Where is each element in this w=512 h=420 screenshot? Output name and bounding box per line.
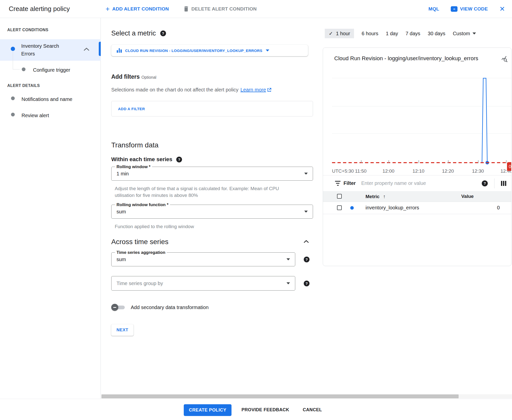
time-range-7-days[interactable]: 7 days xyxy=(406,31,420,36)
rolling-window-function-value: sum xyxy=(116,209,126,215)
transform-data-heading: Transform data xyxy=(111,141,158,149)
divider xyxy=(494,178,494,188)
sidebar-item-configure-trigger[interactable]: Configure trigger xyxy=(33,66,70,74)
value-column-header[interactable]: Value xyxy=(461,194,474,199)
learn-more-link[interactable]: Learn more xyxy=(240,87,272,93)
metric-chip-label: CLOUD RUN REVISION - LOGGING/USER/INVENT… xyxy=(125,48,262,53)
select-all-checkbox[interactable] xyxy=(337,194,342,199)
column-settings-icon[interactable] xyxy=(501,181,506,186)
group-by-caret-icon xyxy=(286,282,290,284)
metric-column-header[interactable]: Metric xyxy=(366,194,380,199)
select-metric-help-icon[interactable]: ? xyxy=(160,30,166,36)
close-icon[interactable]: ✕ xyxy=(499,5,505,13)
view-code-label: VIEW CODE xyxy=(460,6,488,12)
rolling-window-function-helper: Function applied to the rolling window xyxy=(115,223,194,230)
x-tick-label: 12:30 xyxy=(472,168,484,174)
step-dot-active xyxy=(11,47,15,51)
aggregation-select[interactable]: Time series aggregation sum xyxy=(111,252,295,266)
metric-table-row[interactable]: inventory_lookup_errors 0 ⋮ xyxy=(323,202,511,214)
filter-input[interactable] xyxy=(361,180,456,186)
mql-button[interactable]: MQL xyxy=(428,6,439,12)
time-range-selector: ✓ 1 hour 6 hours 1 day 7 days 30 days Cu… xyxy=(325,29,476,38)
step-dot-configure-trigger xyxy=(22,67,26,71)
threshold-line xyxy=(332,162,511,163)
condition-title: Inventory Search Errors xyxy=(21,42,59,58)
rolling-window-value: 1 min xyxy=(116,171,129,177)
create-policy-button[interactable]: CREATE POLICY xyxy=(184,404,232,416)
time-range-1-hour[interactable]: ✓ 1 hour xyxy=(325,29,354,38)
footer-bar: CREATE POLICY PROVIDE FEEDBACK CANCEL xyxy=(0,399,512,420)
row-metric-value: 0 xyxy=(497,205,500,211)
step-dot-review xyxy=(11,113,15,116)
row-overflow-menu-icon[interactable]: ⋮ xyxy=(509,204,512,211)
time-range-6-hours[interactable]: 6 hours xyxy=(362,31,378,36)
add-filter-button[interactable]: ADD A FILTER xyxy=(111,101,313,116)
trash-icon xyxy=(184,6,189,12)
time-range-custom[interactable]: Custom xyxy=(453,31,476,36)
time-range-1-day[interactable]: 1 day xyxy=(386,31,398,36)
chevron-up-icon[interactable] xyxy=(84,47,90,52)
rolling-window-helper: Adjust the length of time that a signal … xyxy=(115,185,279,199)
sort-ascending-icon[interactable]: ↑ xyxy=(383,194,386,199)
external-link-icon xyxy=(267,88,272,92)
code-icon: ‹› xyxy=(451,6,458,12)
x-tick-label: 12:00 xyxy=(382,168,394,174)
view-code-button[interactable]: ‹› VIEW CODE xyxy=(451,6,488,12)
next-button[interactable]: NEXT xyxy=(111,324,134,336)
metric-preview-card: Cloud Run Revision - logging/user/invent… xyxy=(323,47,512,266)
plus-icon: + xyxy=(106,5,110,12)
secondary-transformation-toggle[interactable] xyxy=(111,304,125,311)
delete-alert-condition-label: DELETE ALERT CONDITION xyxy=(192,6,257,12)
group-by-placeholder: Time series group by xyxy=(116,281,163,286)
alert-details-section-label: ALERT DETAILS xyxy=(7,83,40,88)
rolling-window-function-select[interactable]: Rolling window function * sum xyxy=(111,205,313,219)
metric-selector-chip[interactable]: CLOUD RUN REVISION - LOGGING/USER/INVENT… xyxy=(111,45,308,56)
chart-filter-bar: Filter ? xyxy=(323,175,511,191)
sidebar-item-inventory-search-errors[interactable]: Inventory Search Errors xyxy=(0,39,101,61)
cancel-button[interactable]: CANCEL xyxy=(303,407,322,413)
delete-alert-condition-button[interactable]: DELETE ALERT CONDITION xyxy=(184,6,257,12)
x-tick-label: 11:50 xyxy=(355,168,366,174)
metric-chip-caret-icon xyxy=(266,49,269,51)
group-by-select[interactable]: Time series group by xyxy=(111,276,295,291)
toggle-off-minus-icon xyxy=(113,307,116,308)
rolling-window-select[interactable]: Rolling window * 1 min xyxy=(111,167,313,181)
group-by-help-icon[interactable]: ? xyxy=(304,281,310,286)
series-color-dot xyxy=(350,206,354,210)
sidebar-item-notifications[interactable]: Notifications and name xyxy=(22,95,72,103)
step-connector-h xyxy=(13,69,20,69)
step-connector-v xyxy=(13,51,13,69)
steps-sidebar: ALERT CONDITIONS Inventory Search Errors… xyxy=(0,18,101,399)
add-alert-condition-button[interactable]: + ADD ALERT CONDITION xyxy=(106,5,169,12)
select-metric-heading: Select a metric xyxy=(111,29,156,37)
time-range-30-days[interactable]: 30 days xyxy=(428,31,445,36)
add-filter-label: ADD A FILTER xyxy=(118,107,145,111)
rolling-window-label: Rolling window * xyxy=(115,164,152,169)
filters-note: Selections made on the chart do not affe… xyxy=(111,87,238,93)
filter-icon xyxy=(335,181,340,186)
across-time-series-heading: Across time series xyxy=(111,238,168,246)
step-dot-notifications xyxy=(11,96,15,100)
custom-range-caret-icon xyxy=(472,32,476,34)
selected-indicator-bar xyxy=(99,42,101,56)
content-area: ALERT CONDITIONS Inventory Search Errors… xyxy=(0,18,512,399)
provide-feedback-button[interactable]: PROVIDE FEEDBACK xyxy=(242,407,289,413)
horizontal-scrollbar[interactable] xyxy=(102,394,512,399)
scrollbar-thumb[interactable] xyxy=(102,395,458,398)
row-checkbox[interactable] xyxy=(337,205,342,210)
add-alert-condition-label: ADD ALERT CONDITION xyxy=(112,6,169,12)
bar-chart-icon xyxy=(117,48,122,53)
rolling-window-caret-icon xyxy=(304,173,308,175)
sidebar-item-review-alert[interactable]: Review alert xyxy=(22,112,49,119)
threshold-value-badge: 0 xyxy=(507,162,512,171)
add-filters-heading: Add filters xyxy=(111,73,140,80)
page-header: Create alerting policy + ADD ALERT CONDI… xyxy=(0,0,512,18)
collapse-section-icon[interactable] xyxy=(304,240,309,244)
aggregation-caret-icon xyxy=(286,258,290,260)
within-time-series-help-icon[interactable]: ? xyxy=(176,157,182,162)
mql-label: MQL xyxy=(428,6,439,12)
filter-help-icon[interactable]: ? xyxy=(482,180,488,186)
rolling-window-function-label: Rolling window function * xyxy=(115,202,170,207)
aggregation-help-icon[interactable]: ? xyxy=(304,257,310,262)
secondary-transformation-label: Add secondary data transformation xyxy=(131,305,208,310)
